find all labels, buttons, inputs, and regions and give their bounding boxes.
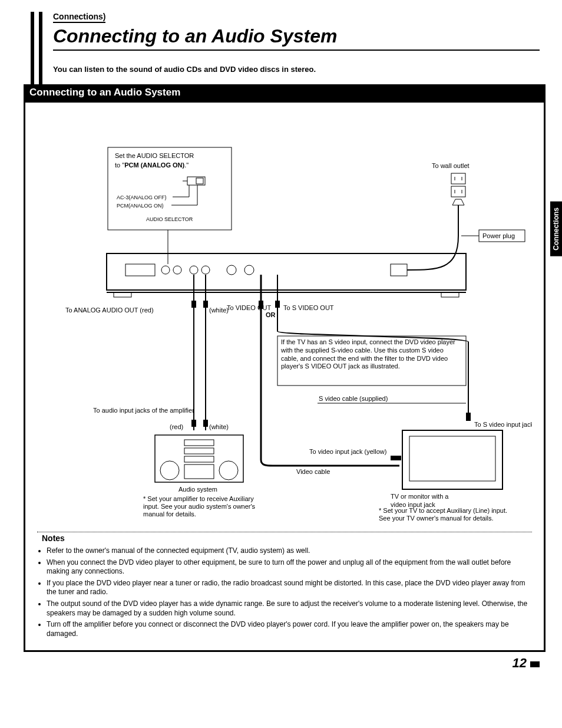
page-number: 12 [29,655,540,671]
svg-rect-69 [391,456,401,460]
svg-point-35 [244,265,254,275]
svg-rect-48 [275,301,280,308]
svg-rect-73 [402,430,503,489]
svg-text:OR: OR [266,311,276,318]
svg-rect-55 [191,420,196,427]
svg-rect-28 [441,292,459,297]
section-header: Connecting to an Audio System [24,84,546,101]
svg-text:PCM(ANALOG ON): PCM(ANALOG ON) [117,203,164,209]
notes-header: Notes [37,532,532,543]
note-item: Refer to the owner's manual of the conne… [47,546,532,556]
svg-text:Video cable: Video cable [296,468,330,475]
svg-rect-64 [184,448,214,454]
svg-text:to "PCM (ANALOG ON).": to "PCM (ANALOG ON)." [115,162,189,169]
svg-rect-29 [125,264,155,276]
svg-rect-74 [409,436,495,481]
page-title: Connecting to an Audio System [53,25,540,51]
svg-text:To S VIDEO OUT: To S VIDEO OUT [283,304,334,311]
svg-rect-65 [184,456,214,462]
svg-text:To wall outlet: To wall outlet [432,162,470,169]
svg-text:To ANALOG AUDIO OUT (red): To ANALOG AUDIO OUT (red) [65,307,154,314]
svg-rect-60 [155,435,243,482]
svg-text:(white): (white) [209,307,229,314]
svg-rect-39 [191,301,196,308]
svg-rect-15 [451,173,465,184]
note-item: The output sound of the DVD video player… [47,599,532,618]
svg-text:AUDIO SELECTOR: AUDIO SELECTOR [146,216,193,222]
svg-rect-40 [203,301,208,308]
connection-diagram: Set the AUDIO SELECTOR to "PCM (ANALOG O… [24,101,546,652]
svg-point-33 [201,266,210,274]
svg-text:(white): (white) [209,423,229,430]
decorative-bars [31,12,42,85]
note-item: If you place the DVD video player near a… [47,579,532,597]
svg-text:S video cable (supplied): S video cable (supplied) [319,395,388,402]
svg-text:To S video input jack: To S video input jack [474,421,532,428]
svg-text:To video input jack (yellow): To video input jack (yellow) [309,448,386,455]
svg-point-32 [190,266,198,274]
svg-text:Power plug: Power plug [482,232,515,239]
svg-point-61 [160,461,179,480]
svg-text:(red): (red) [170,423,183,430]
svg-text:To audio input jacks of the am: To audio input jacks of the amplifier [93,407,194,414]
note-item: When you connect the DVD video player to… [47,558,532,577]
svg-point-31 [173,266,181,274]
intro-text: You can listen to the sound of audio CDs… [53,65,540,74]
svg-rect-16 [451,186,465,197]
svg-rect-25 [107,253,466,290]
svg-rect-66 [184,465,214,479]
svg-text:Audio system: Audio system [178,486,217,493]
svg-point-34 [227,265,236,275]
svg-rect-63 [184,440,214,446]
svg-text:TV or monitor with a
        v: TV or monitor with a video input jack [391,493,450,508]
svg-text:AC-3(ANALOG OFF): AC-3(ANALOG OFF) [117,195,167,200]
svg-rect-56 [203,420,208,427]
svg-text:Set the AUDIO SELECTOR: Set the AUDIO SELECTOR [115,152,194,159]
svg-point-30 [161,266,170,274]
breadcrumb: Connections [53,12,105,23]
svg-rect-4 [196,178,203,184]
note-item: Turn off the amplifier before you connec… [47,620,532,638]
notes-list: Refer to the owner's manual of the conne… [37,546,532,638]
svg-point-62 [219,461,238,480]
svg-rect-27 [114,292,131,297]
svg-rect-71 [466,413,471,421]
svg-text:To VIDEO OUT: To VIDEO OUT [227,304,271,311]
svg-rect-36 [391,264,407,276]
diagram-svg: Set the AUDIO SELECTOR to "PCM (ANALOG O… [37,118,532,531]
